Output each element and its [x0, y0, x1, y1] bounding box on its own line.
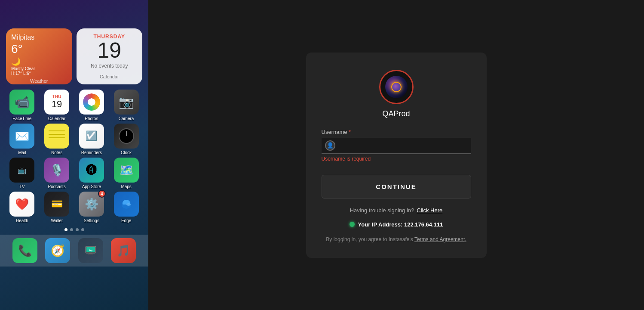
- click-here-link[interactable]: Click Here: [417, 207, 442, 214]
- widgets-row: Milpitas 6° 🌙 Mostly Clear H:17° L:6° We…: [0, 24, 148, 88]
- camera-icon: 📷: [114, 90, 139, 115]
- facetime-icon: 📹: [9, 90, 34, 115]
- moon-icon: 🌙: [11, 57, 67, 66]
- camera-label: Camera: [119, 116, 134, 121]
- clock-icon: [114, 124, 139, 149]
- trouble-row: Having trouble signing in? Click Here: [350, 207, 443, 214]
- app-item-facetime[interactable]: 📹 FaceTime: [6, 90, 38, 121]
- right-panel: QAProd Username * 👤 Username is required…: [148, 0, 644, 310]
- calendar-widget[interactable]: THURSDAY 19 No events today Calendar: [77, 28, 143, 84]
- ip-row: Your IP Address: 122.176.64.111: [350, 221, 443, 228]
- app-item-maps[interactable]: 🗺️ Maps: [110, 158, 142, 189]
- podcasts-label: Podcasts: [48, 184, 66, 189]
- username-input[interactable]: [339, 142, 468, 149]
- calendar-icon: THU 19: [44, 90, 69, 115]
- dock-apowermirror[interactable]: Ap: [78, 238, 103, 263]
- health-label: Health: [16, 218, 28, 223]
- app-item-edge[interactable]: Edge: [110, 192, 142, 223]
- app-item-photos[interactable]: Photos: [76, 90, 108, 121]
- dot-1: [64, 228, 67, 231]
- app-item-health[interactable]: ❤️ Health: [6, 192, 38, 223]
- app-item-reminders[interactable]: ☑️ Reminders: [76, 124, 108, 155]
- svg-point-2: [126, 203, 131, 206]
- reminders-icon: ☑️: [79, 124, 104, 149]
- app-item-wallet[interactable]: 💳 Wallet: [41, 192, 73, 223]
- svg-rect-7: [88, 254, 93, 254]
- edge-icon: [114, 192, 139, 217]
- facetime-label: FaceTime: [12, 116, 31, 121]
- dock-phone-icon: 📞: [12, 238, 37, 263]
- maps-icon: 🗺️: [114, 158, 139, 183]
- app-grid: 📹 FaceTime THU 19 Calendar Photos: [0, 88, 148, 226]
- username-label: Username *: [322, 129, 471, 135]
- weather-hl: H:17° L:6°: [11, 71, 67, 76]
- weather-label: Weather: [11, 78, 67, 84]
- weather-city: Milpitas: [11, 34, 67, 41]
- settings-badge: 4: [98, 190, 106, 198]
- maps-label: Maps: [121, 184, 131, 189]
- app-item-podcasts[interactable]: 🎙️ Podcasts: [41, 158, 73, 189]
- calendar-no-events: No events today: [91, 63, 128, 69]
- username-input-wrapper: 👤: [322, 138, 471, 154]
- dock-apowermirror-icon: Ap: [78, 238, 103, 263]
- appletv-icon: 📺: [9, 158, 34, 183]
- logo-eye: [391, 82, 402, 92]
- photos-icon: [79, 90, 104, 115]
- trouble-text: Having trouble signing in?: [350, 207, 414, 214]
- edge-label: Edge: [121, 218, 131, 223]
- wallet-label: Wallet: [51, 218, 62, 223]
- terms-prefix: By logging in, you agree to Instasafe's: [326, 236, 413, 242]
- username-form-group: Username * 👤 Username is required: [322, 129, 471, 162]
- weather-widget[interactable]: Milpitas 6° 🌙 Mostly Clear H:17° L:6° We…: [6, 28, 72, 84]
- logo-inner: [385, 76, 408, 98]
- mail-icon: ✉️: [9, 124, 34, 149]
- health-icon: ❤️: [9, 192, 34, 217]
- phone-panel: No SIM 📶 6:38 PM ⊙ 30% 🔋 Milpitas 6° 🌙 M…: [0, 0, 148, 310]
- dock-music[interactable]: 🎵: [111, 238, 136, 263]
- calendar-day-num: 19: [97, 40, 121, 61]
- terms-link[interactable]: Terms and Agreement.: [414, 236, 466, 242]
- weather-desc: Mostly Clear: [11, 66, 67, 71]
- ip-status-dot: [350, 222, 355, 227]
- appletv-label: TV: [19, 184, 25, 189]
- dock-safari-icon: 🧭: [45, 238, 70, 263]
- app-item-clock[interactable]: Clock: [110, 124, 142, 155]
- settings-label: Settings: [84, 218, 99, 223]
- dock-music-icon: 🎵: [111, 238, 136, 263]
- clock-label: Clock: [121, 150, 132, 155]
- app-item-notes[interactable]: Notes: [41, 124, 73, 155]
- app-item-camera[interactable]: 📷 Camera: [110, 90, 142, 121]
- weather-temp: 6°: [11, 42, 67, 56]
- dock-safari[interactable]: 🧭: [45, 238, 70, 263]
- phone-content: Milpitas 6° 🌙 Mostly Clear H:17° L:6° We…: [0, 12, 148, 267]
- appstore-icon: 🅐: [79, 158, 104, 183]
- settings-icon: ⚙️ 4: [79, 192, 104, 217]
- calendar-label: Calendar: [100, 71, 119, 79]
- app-item-appletv[interactable]: 📺 TV: [6, 158, 38, 189]
- podcasts-icon: 🎙️: [44, 158, 69, 183]
- username-error: Username is required: [322, 156, 471, 162]
- app-item-appstore[interactable]: 🅐 App Store: [76, 158, 108, 189]
- continue-button[interactable]: CONTINUE: [322, 175, 471, 198]
- svg-rect-6: [89, 253, 92, 254]
- ip-text: Your IP Address: 122.176.64.111: [358, 221, 443, 228]
- page-dots: [0, 226, 148, 235]
- svg-text:Ap: Ap: [89, 249, 92, 251]
- app-item-settings[interactable]: ⚙️ 4 Settings: [76, 192, 108, 223]
- app-title: QAProd: [382, 109, 410, 118]
- wallet-icon: 💳: [44, 192, 69, 217]
- mail-label: Mail: [18, 150, 26, 155]
- app-item-mail[interactable]: ✉️ Mail: [6, 124, 38, 155]
- notes-icon: [44, 124, 69, 149]
- user-avatar-icon: 👤: [325, 140, 335, 151]
- dock: 📞 🧭 Ap 🎵: [0, 235, 148, 267]
- dot-4: [81, 228, 84, 231]
- cal-icon-num: 19: [52, 99, 62, 109]
- dot-3: [76, 228, 79, 231]
- required-star: *: [347, 129, 351, 135]
- app-item-calendar[interactable]: THU 19 Calendar: [41, 90, 73, 121]
- terms-row: By logging in, you agree to Instasafe's …: [326, 236, 466, 242]
- dot-2: [70, 228, 73, 231]
- app-logo: [379, 70, 414, 104]
- dock-phone[interactable]: 📞: [12, 238, 37, 263]
